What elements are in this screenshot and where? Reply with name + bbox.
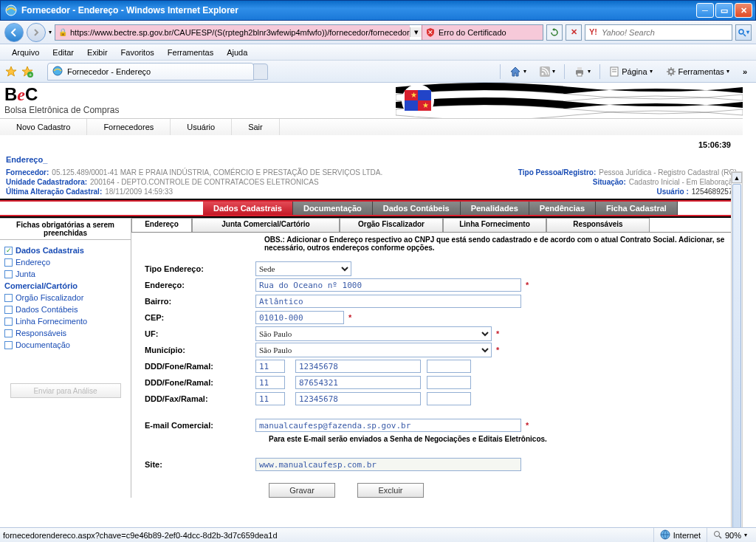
unidade-label: Unidade Cadastradora: bbox=[6, 178, 87, 186]
page-button[interactable]: Página▾ bbox=[605, 64, 656, 80]
certificate-error[interactable]: ✕ Erro do Certificado bbox=[422, 25, 543, 40]
leftitem-orgao[interactable]: Orgão Fiscalizador bbox=[0, 292, 131, 303]
search-go-button[interactable]: ▾ bbox=[735, 24, 752, 41]
tipo-endereco-select[interactable]: Sede bbox=[255, 261, 351, 276]
stop-button[interactable]: ✕ bbox=[566, 24, 582, 41]
back-button[interactable] bbox=[4, 23, 24, 42]
favorites-star-icon[interactable] bbox=[4, 65, 18, 78]
yahoo-icon: Y! bbox=[588, 27, 599, 38]
search-box[interactable]: Y! bbox=[585, 24, 732, 41]
leftitem-contabeis[interactable]: Dados Contábeis bbox=[0, 303, 131, 315]
ramal3-input[interactable] bbox=[427, 392, 471, 405]
ramal2-input[interactable] bbox=[427, 376, 471, 389]
status-zoom[interactable]: 90% ▾ bbox=[707, 528, 753, 542]
ddd2-input[interactable] bbox=[255, 376, 285, 389]
excluir-button[interactable]: Excluir bbox=[357, 483, 424, 498]
leftitem-dados-cadastrais[interactable]: ✓ Dados Cadastrais bbox=[0, 244, 131, 256]
tools-button[interactable]: Ferramentas▾ bbox=[662, 64, 734, 80]
endereco-input[interactable] bbox=[255, 278, 521, 292]
bec-subtitle: Bolsa Eletrônica de Compras bbox=[4, 105, 119, 115]
redtab-penalidades[interactable]: Penalidades bbox=[461, 202, 529, 215]
nav-sair[interactable]: Sair bbox=[232, 119, 280, 135]
gravar-button[interactable]: Gravar bbox=[269, 483, 335, 498]
email-input[interactable] bbox=[255, 419, 521, 432]
cep-input[interactable] bbox=[255, 311, 344, 324]
redtab-dados-cadastrais[interactable]: Dados Cadastrais bbox=[203, 202, 293, 215]
uf-select[interactable]: São Paulo bbox=[255, 326, 492, 341]
subtabs: Endereço Junta Comercial/Cartório Orgão … bbox=[131, 218, 743, 233]
status-zone[interactable]: Internet bbox=[653, 528, 707, 542]
status-text: fornecedorendereco.aspx?chave=c9e46b89-2… bbox=[3, 531, 653, 540]
subtab-junta[interactable]: Junta Comercial/Cartório bbox=[192, 218, 340, 232]
browser-tab-title: Fornecedor - Endereço bbox=[67, 67, 151, 76]
minimize-button[interactable]: ─ bbox=[696, 3, 714, 18]
usuario-label: Usuário : bbox=[656, 188, 688, 196]
nav-usuario[interactable]: Usuário bbox=[171, 119, 232, 135]
leftitem-endereco[interactable]: Endereço bbox=[0, 256, 131, 268]
fone2-label: DDD/Fone/Ramal: bbox=[145, 378, 255, 387]
fax-input[interactable] bbox=[295, 392, 421, 405]
ramal1-input[interactable] bbox=[427, 360, 471, 373]
ddd3-input[interactable] bbox=[255, 392, 285, 405]
leftitem-documentacao[interactable]: Documentação bbox=[0, 339, 131, 351]
svg-text:+: + bbox=[29, 72, 32, 78]
add-favorite-icon[interactable]: + bbox=[21, 65, 34, 78]
status-bar: fornecedorendereco.aspx?chave=c9e46b89-2… bbox=[0, 527, 756, 542]
subtab-endereco[interactable]: Endereço bbox=[131, 218, 192, 232]
redtab-documentacao[interactable]: Documentação bbox=[293, 202, 373, 215]
redtab-ficha-cadastral[interactable]: Ficha Cadastral bbox=[596, 202, 678, 215]
info-block: Endereço_ Fornecedor: 05.125.489/0001-41… bbox=[0, 151, 743, 199]
municipio-label: Município: bbox=[145, 346, 255, 354]
menu-ajuda[interactable]: Ajuda bbox=[221, 47, 253, 58]
forward-button[interactable] bbox=[27, 23, 46, 42]
menu-ferramentas[interactable]: Ferramentas bbox=[162, 47, 219, 58]
svg-rect-12 bbox=[577, 73, 582, 76]
zoom-dropdown-icon[interactable]: ▾ bbox=[744, 532, 747, 538]
subtab-responsaveis[interactable]: Responsáveis bbox=[546, 218, 650, 232]
scroll-thumb[interactable] bbox=[732, 184, 741, 527]
bairro-input[interactable] bbox=[255, 295, 521, 308]
ultima-label: Última Alteração Cadastral: bbox=[6, 188, 102, 196]
menu-exibir[interactable]: Exibir bbox=[81, 47, 114, 58]
shield-icon: ✕ bbox=[425, 27, 436, 38]
new-tab-button[interactable] bbox=[253, 64, 268, 80]
refresh-button[interactable] bbox=[546, 24, 563, 41]
vertical-scrollbar[interactable]: ▲ ▼ bbox=[731, 171, 743, 527]
menu-editar[interactable]: Editar bbox=[47, 47, 80, 58]
fone1-input[interactable] bbox=[295, 360, 421, 373]
maximize-button[interactable]: ▭ bbox=[715, 3, 733, 18]
leftitem-junta[interactable]: Junta bbox=[0, 268, 131, 280]
redtab-dados-contabeis[interactable]: Dados Contábeis bbox=[373, 202, 461, 215]
svg-line-26 bbox=[719, 536, 721, 538]
address-dropdown[interactable]: ▾ bbox=[410, 27, 422, 37]
fone2-input[interactable] bbox=[295, 376, 421, 389]
scroll-up-button[interactable]: ▲ bbox=[732, 172, 742, 183]
subtab-orgao[interactable]: Orgão Fiscalizador bbox=[340, 218, 443, 232]
leftitem-linha[interactable]: Linha Fornecimento bbox=[0, 315, 131, 327]
address-bar[interactable]: 🔒 https://www.bectre.sp.gov.br/CAUFESP/(… bbox=[55, 24, 543, 41]
nav-history-dropdown[interactable]: ▾ bbox=[49, 29, 52, 35]
feeds-button[interactable]: ▾ bbox=[535, 64, 560, 80]
site-input[interactable] bbox=[255, 458, 521, 471]
nav-novo-cadastro[interactable]: Novo Cadastro bbox=[0, 119, 87, 135]
fornecedor-label: Fornecedor: bbox=[6, 168, 49, 176]
enviar-analise-button[interactable]: Enviar para Análise bbox=[10, 383, 121, 398]
menu-arquivo[interactable]: Arquivo bbox=[6, 47, 45, 58]
svg-point-9 bbox=[542, 72, 544, 75]
subtab-linha[interactable]: Linha Fornecimento bbox=[443, 218, 546, 232]
close-button[interactable]: ✕ bbox=[735, 3, 752, 18]
toolbar-overflow[interactable]: » bbox=[738, 64, 752, 80]
leftitem-label: Junta bbox=[16, 270, 35, 278]
home-button[interactable]: ▾ bbox=[505, 64, 531, 80]
print-button[interactable]: ▾ bbox=[569, 64, 595, 80]
ddd1-input[interactable] bbox=[255, 360, 285, 373]
search-input[interactable] bbox=[602, 28, 732, 37]
nav-fornecedores[interactable]: Fornecedores bbox=[87, 119, 171, 135]
leftitem-responsaveis[interactable]: Responsáveis bbox=[0, 327, 131, 339]
svg-text:★: ★ bbox=[410, 91, 417, 99]
uf-label: UF: bbox=[145, 329, 255, 338]
browser-tab[interactable]: Fornecedor - Endereço bbox=[47, 63, 254, 80]
menu-favoritos[interactable]: Favoritos bbox=[115, 47, 160, 58]
municipio-select[interactable]: São Paulo bbox=[255, 343, 492, 357]
redtab-pendencias[interactable]: Pendências bbox=[529, 202, 596, 215]
